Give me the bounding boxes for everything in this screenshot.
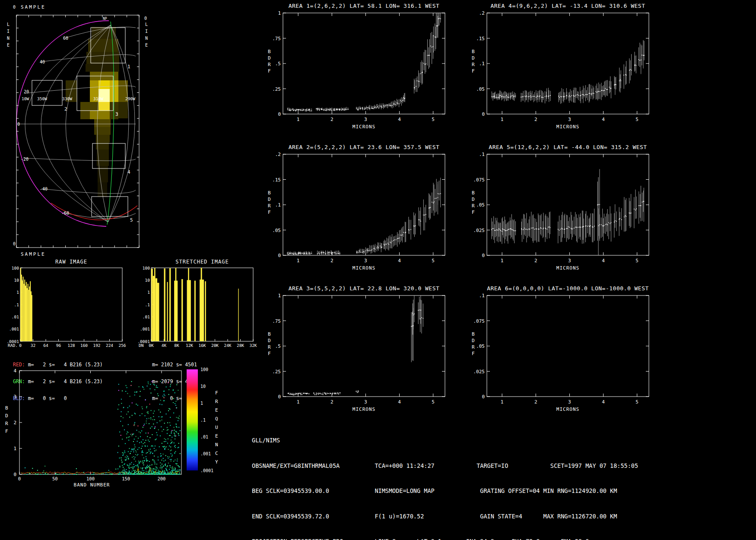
line-axis-left: E — [7, 43, 10, 48]
y-axis-label: F — [472, 351, 475, 356]
x-tick-label: 32K — [249, 343, 257, 348]
area-number: 3 — [115, 111, 118, 117]
x-tick-label: 24K — [224, 343, 231, 348]
sample-axis-top: SAMPLE — [21, 4, 46, 10]
spectrum-title: AREA 6=(0,0,0,0) LAT=-1000.0 LON=-1000.0… — [487, 285, 649, 292]
x-axis-label: MICRONS — [556, 407, 579, 412]
y-axis-label: B — [268, 49, 271, 54]
spectrum-area-4: AREA 4=(9,6,2,2) LAT= -13.4 LON= 310.6 W… — [463, 1, 658, 141]
x-tick-label: 4 — [398, 117, 401, 122]
y-tick-label: .05 — [476, 86, 485, 92]
histogram-bars — [20, 268, 32, 341]
lon-label: 310W — [93, 96, 103, 101]
y-axis-label: B — [268, 190, 271, 196]
y-tick-label: .1 — [479, 152, 485, 157]
x-tick-label: 0 — [18, 476, 21, 481]
y-tick-label: .075 — [473, 177, 485, 183]
colorbar-label: .001 — [200, 451, 211, 456]
y-tick-label: 1 — [278, 293, 281, 299]
y-tick-label: .05 — [476, 343, 485, 349]
x-tick-label: 2 — [330, 399, 334, 405]
x-axis-label: DN — [139, 343, 144, 348]
y-axis-label: B — [472, 331, 475, 337]
y-tick-label: 1 — [278, 10, 281, 16]
colorbar-title: C — [215, 451, 218, 456]
y-tick-label: .1 — [14, 302, 19, 307]
lat-label: 20 — [24, 89, 29, 94]
spectrum-data — [492, 169, 644, 255]
x-tick-label: 1 — [501, 399, 504, 405]
y-axis-label: D — [472, 55, 475, 61]
x-tick-label: 150 — [122, 476, 130, 481]
y-axis-label: R — [472, 344, 475, 350]
panel-title: STRETCHED IMAGE — [175, 259, 229, 265]
plot-frame — [283, 154, 445, 255]
line-axis-right: I — [145, 29, 148, 34]
y-tick-label: 3 — [13, 394, 16, 400]
y-tick-label: .05 — [476, 202, 485, 208]
y-tick-label: 4 — [13, 368, 16, 374]
y-tick-label: .01 — [143, 314, 150, 319]
y-axis-label: F — [268, 68, 271, 74]
metadata-line: PROJECTION=PERSPECTIVE PRO LINE=8 LAT=0.… — [252, 537, 638, 540]
spectrum-data — [287, 178, 440, 255]
y-tick-label: .2 — [479, 10, 485, 16]
x-tick-label: 2 — [534, 399, 537, 405]
colorbar-label: .0001 — [200, 468, 213, 473]
y-tick-label: 0 — [482, 111, 485, 117]
plot-frame — [487, 154, 649, 255]
line-axis-right: E — [145, 43, 148, 48]
y-tick-label: 0 — [13, 472, 16, 477]
y-axis-label: F — [5, 429, 8, 434]
y-tick-label: 1 — [16, 290, 19, 295]
y-tick-label: 0 — [278, 394, 281, 400]
y-tick-label: .001 — [9, 327, 19, 331]
y-tick-label: .075 — [473, 318, 485, 324]
lon-label: 10W — [22, 96, 29, 101]
lat-label: -40 — [40, 187, 48, 191]
x-tick-label: 12K — [186, 343, 193, 348]
x-tick-label: 32 — [31, 343, 35, 348]
y-tick-label: .05 — [272, 228, 281, 233]
line-axis-left: N — [7, 36, 10, 41]
y-tick-label: .025 — [473, 228, 485, 233]
y-tick-label: 1 — [147, 290, 150, 295]
histogram-bars — [151, 268, 239, 341]
x-tick-label: 200 — [157, 476, 165, 481]
y-axis-label: R — [472, 62, 475, 67]
line-axis-left: I — [7, 29, 10, 34]
line-axis-right: L — [145, 22, 148, 27]
spectrum-area-2: AREA 2=(5,2,2,2) LAT= 23.6 LON= 357.5 WE… — [259, 142, 454, 283]
x-tick-label: 20K — [211, 343, 219, 348]
x-tick-label: 192 — [93, 343, 100, 348]
x-tick-label: 0K — [149, 343, 154, 348]
colorbar-title: Q — [215, 416, 218, 422]
x-tick-label: 50 — [52, 476, 58, 481]
y-tick-label: 2 — [13, 420, 16, 426]
y-tick-label: .1 — [479, 293, 485, 299]
frame — [16, 15, 139, 248]
x-tick-label: 1 — [501, 258, 504, 264]
colorbar-title: Y — [215, 459, 218, 465]
colorbar-label: 1 — [200, 401, 203, 406]
sample-axis-bottom: SAMPLE — [21, 251, 46, 257]
y-axis-label: F — [268, 351, 271, 356]
metadata-block: GLL/NIMS OBSNAME/EXT=G8INTHRMAL05A TCA=+… — [252, 419, 638, 540]
x-tick-label: 4K — [162, 343, 167, 348]
y-axis-label: D — [5, 413, 8, 419]
y-tick-label: 0 — [482, 253, 485, 258]
spectrum-area-6: AREA 6=(0,0,0,0) LAT=-1000.0 LON=-1000.0… — [463, 283, 658, 424]
x-tick-label: 100 — [86, 476, 95, 481]
colorbar-label: 100 — [200, 367, 208, 372]
colorbar-title: E — [215, 433, 218, 439]
metadata-line: OBSNAME/EXT=G8INTHRMAL05A TCA=+000 11:24… — [252, 462, 638, 470]
lat-label: 0 — [17, 122, 20, 127]
latlon-grid — [17, 25, 136, 222]
metadata-line: GLL/NIMS — [252, 436, 638, 445]
x-tick-label: 256 — [118, 343, 126, 348]
x-tick-label: 3 — [364, 117, 367, 122]
y-axis-label: F — [472, 210, 475, 215]
x-tick-label: 224 — [106, 343, 113, 348]
x-tick-label: 3 — [568, 117, 571, 122]
spectrum-area-1: AREA 1=(2,6,2,2) LAT= 58.1 LON= 316.1 WE… — [259, 1, 454, 141]
